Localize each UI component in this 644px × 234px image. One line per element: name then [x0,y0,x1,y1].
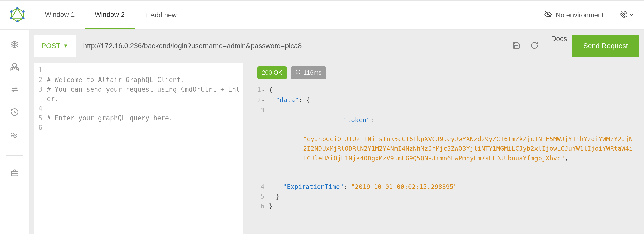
gutter-line: 5 [34,113,47,123]
gutter-line: 5 [256,192,269,201]
tab-window-2[interactable]: Window 2 [85,1,135,29]
editor-line: # Enter your graphQL query here. [47,113,243,123]
editor-line [47,104,243,113]
gutter-line: 6 [34,123,47,132]
gutter-line: 3 [256,106,269,182]
http-method-selector[interactable]: POST ▼ [34,35,76,57]
reload-button[interactable] [530,41,539,50]
sidebar-collections-button[interactable] [10,168,19,178]
sidebar [0,30,29,234]
environment-selector[interactable]: No environment [544,10,604,20]
editor-line: # You can send your request using CmdOrC… [47,85,243,104]
sidebar-subscription-button[interactable] [10,130,19,140]
snowflake-icon [10,45,19,50]
docs-button[interactable]: Docs [546,35,572,57]
briefcase-icon [10,174,19,178]
gutter-line: 1 [34,65,47,75]
svg-point-8 [623,13,625,15]
triangle-down-icon: ▼ [63,43,68,49]
gutter-line: 4 [256,182,269,192]
content-area: POST ▼ Docs [29,30,644,234]
svg-point-6 [10,17,13,19]
app-logo [0,7,35,23]
url-bar: POST ▼ Docs [34,35,639,57]
editor-line: # Welcome to Altair GraphQL Client. [47,75,243,85]
gear-icon [620,11,627,20]
save-icon [512,46,520,50]
topbar: Window 1 Window 2 + Add new No environme… [0,1,644,30]
add-new-tab[interactable]: + Add new [135,1,187,29]
svg-point-4 [22,17,25,19]
settings-button[interactable] [620,11,634,20]
environment-label: No environment [556,11,604,19]
editor-line [47,65,243,75]
reload-icon [530,46,539,50]
result-json[interactable]: 1▾ { 2▾ "data": { 3 "token": "eyJhbGciOi… [256,85,639,211]
gutter-line: 3 [34,85,47,104]
fold-icon[interactable]: ▾ [262,86,264,95]
time-badge: 116ms [291,66,326,79]
query-editor[interactable]: 1 2# Welcome to Altair GraphQL Client. 3… [34,63,243,234]
sidebar-history-button[interactable] [10,108,19,118]
editor-line [47,123,243,132]
history-icon [10,113,19,118]
result-pane: 200 OK 116ms 1▾ { [250,63,639,234]
clock-icon [295,68,301,77]
gutter-line: 2▾ [256,95,269,106]
save-button[interactable] [512,41,520,50]
sidebar-pre-request-button[interactable] [10,85,19,95]
sidebar-divider [6,155,23,156]
time-label: 116ms [303,68,321,77]
url-input[interactable] [76,35,505,57]
send-request-button[interactable]: Send Request [572,35,639,57]
gutter-line: 1▾ [256,85,269,95]
tab-window-1[interactable]: Window 1 [35,1,85,29]
squiggle-icon [10,136,19,140]
svg-point-3 [22,10,25,13]
http-method-label: POST [41,42,60,50]
graphql-logo-icon [10,7,25,23]
sidebar-variables-button[interactable] [10,62,19,72]
chevron-down-icon [629,11,634,19]
window-tabs: Window 1 Window 2 + Add new [35,1,187,29]
gutter-line: 6 [256,201,269,211]
fold-icon[interactable]: ▾ [262,96,264,106]
svg-marker-1 [11,8,23,18]
svg-point-7 [10,10,13,13]
gutter-line: 4 [34,104,47,113]
gutter-line: 2 [34,75,47,85]
sidebar-headers-button[interactable] [10,40,19,50]
status-badge: 200 OK [257,66,287,79]
arrows-horizontal-icon [10,91,19,95]
eye-off-icon [544,10,552,20]
cubes-icon [10,68,19,72]
